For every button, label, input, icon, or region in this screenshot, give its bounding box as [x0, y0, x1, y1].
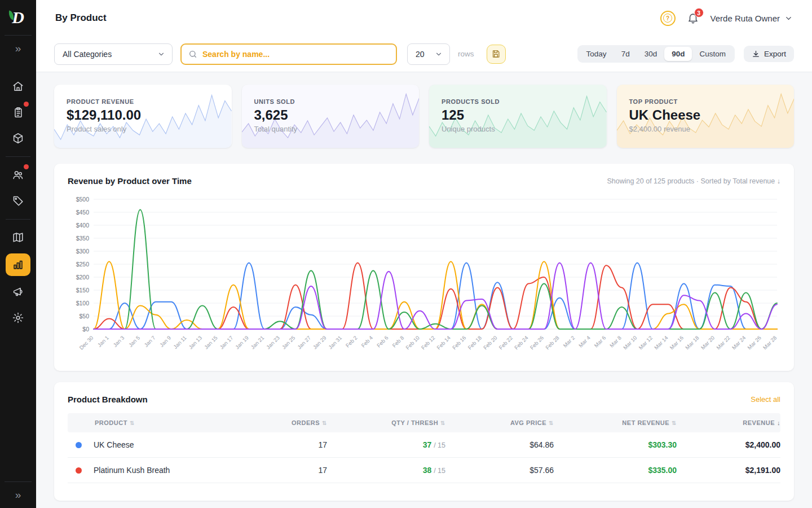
stat-card-products-sold[interactable]: PRODUCTS SOLD 125 Unique products	[429, 85, 607, 148]
user-menu[interactable]: Verde Ruta Owner	[710, 14, 793, 23]
svg-text:$400: $400	[76, 222, 90, 229]
sidebar-item-products[interactable]	[6, 128, 30, 148]
floppy-disk-icon	[491, 49, 501, 59]
range-90d[interactable]: 90d	[664, 47, 692, 61]
svg-text:Jan 9: Jan 9	[158, 335, 172, 348]
export-button[interactable]: Export	[744, 46, 794, 62]
sidebar-expand-button[interactable]: »	[0, 36, 36, 62]
revenue-chart-panel: Revenue by Product over Time Showing 20 …	[54, 164, 794, 371]
svg-text:Mar 28: Mar 28	[762, 335, 778, 351]
table-row[interactable]: UK Cheese 17 37 / 15 $64.86 $303.30 $2,4…	[68, 432, 780, 458]
question-mark-icon: ?	[663, 14, 672, 23]
rows-label: rows	[458, 50, 474, 58]
stat-caption: $2,400.00 revenue	[629, 125, 795, 133]
range-custom[interactable]: Custom	[692, 47, 733, 61]
sidebar-nav	[0, 76, 36, 328]
app-logo[interactable]: D	[0, 0, 36, 35]
stat-value: UK Cheese	[629, 107, 795, 123]
svg-text:Jan 11: Jan 11	[172, 335, 187, 350]
avg-price-value: $64.86	[445, 440, 554, 449]
column-orders[interactable]: ORDERS ⇅	[235, 419, 327, 426]
megaphone-icon	[12, 286, 24, 298]
range-today[interactable]: Today	[579, 47, 614, 61]
save-view-button[interactable]	[487, 45, 506, 64]
search-input[interactable]	[202, 50, 389, 59]
sidebar-item-tags[interactable]	[6, 191, 30, 211]
table-title: Product Breakdown	[68, 395, 148, 404]
sidebar-item-home[interactable]	[6, 76, 30, 97]
stat-label: PRODUCT REVENUE	[67, 98, 232, 105]
column-qty-thresh[interactable]: QTY / THRESH ⇅	[327, 419, 445, 426]
sidebar-item-customers[interactable]	[6, 165, 30, 185]
svg-text:$250: $250	[76, 261, 90, 268]
svg-text:$500: $500	[76, 196, 90, 203]
chevron-down-icon	[435, 50, 443, 58]
nav-divider	[6, 219, 30, 220]
sidebar-item-orders[interactable]	[6, 102, 30, 122]
cube-icon	[12, 132, 24, 144]
filter-bar: All Categories 20 rows Today 7d 30d 90d …	[36, 36, 812, 72]
avg-price-value: $57.66	[445, 466, 554, 475]
svg-text:Feb 16: Feb 16	[451, 335, 467, 351]
sidebar-item-marketing[interactable]	[6, 282, 30, 302]
column-avg-price[interactable]: AVG PRICE ⇅	[445, 419, 554, 426]
table-row[interactable]: Platinum Kush Breath 17 38 / 15 $57.66 $…	[68, 458, 780, 483]
search-icon	[188, 50, 197, 59]
help-button[interactable]: ?	[660, 11, 676, 26]
page-title: By Product	[55, 12, 107, 24]
product-name: Platinum Kush Breath	[94, 466, 170, 475]
column-net-revenue[interactable]: NET REVENUE ⇅	[554, 419, 677, 426]
line-chart[interactable]: $0$50$100$150$200$250$300$350$400$450$50…	[68, 194, 780, 363]
notifications-button[interactable]: 3	[687, 12, 699, 24]
svg-text:Feb 6: Feb 6	[376, 335, 390, 349]
net-revenue-value: $335.00	[554, 466, 677, 475]
svg-text:Jan 15: Jan 15	[203, 335, 219, 351]
stat-card-top-product[interactable]: TOP PRODUCT UK Cheese $2,400.00 revenue	[617, 85, 795, 148]
svg-text:Mar 12: Mar 12	[637, 335, 654, 351]
double-chevron-right-icon: »	[15, 489, 21, 501]
chart-title: Revenue by Product over Time	[68, 176, 192, 186]
svg-text:Feb 28: Feb 28	[544, 335, 561, 351]
svg-text:Mar 26: Mar 26	[746, 335, 762, 351]
range-7d[interactable]: 7d	[614, 47, 637, 61]
stat-value: 3,625	[254, 107, 420, 123]
main-content: PRODUCT REVENUE $129,110.00 Product sale…	[36, 72, 812, 501]
sidebar-item-map[interactable]	[6, 227, 30, 248]
revenue-value: $2,191.00	[677, 466, 780, 475]
sidebar-expand-button-bottom[interactable]: »	[0, 482, 36, 508]
svg-text:Mar 24: Mar 24	[731, 335, 747, 351]
chevron-down-icon	[784, 14, 793, 23]
svg-text:Mar 10: Mar 10	[622, 335, 638, 351]
map-icon	[12, 231, 24, 244]
stat-value: $129,110.00	[67, 107, 232, 123]
logo-letter: D	[12, 9, 24, 26]
stat-card-product-revenue[interactable]: PRODUCT REVENUE $129,110.00 Product sale…	[54, 85, 232, 148]
svg-text:$350: $350	[76, 235, 90, 242]
rows-select[interactable]: 20	[407, 43, 450, 65]
column-product[interactable]: PRODUCT ⇅	[68, 419, 235, 426]
users-icon	[12, 169, 24, 181]
stat-card-units-sold[interactable]: UNITS SOLD 3,625 Total quantity	[242, 85, 420, 148]
series-color-dot	[76, 467, 82, 474]
svg-text:Feb 20: Feb 20	[482, 335, 498, 351]
category-select[interactable]: All Categories	[54, 43, 173, 65]
svg-text:Mar 16: Mar 16	[668, 335, 685, 351]
clipboard-icon	[12, 106, 24, 119]
sidebar-item-analytics[interactable]	[6, 253, 30, 276]
stat-label: PRODUCTS SOLD	[442, 98, 607, 105]
stat-label: TOP PRODUCT	[629, 98, 795, 105]
category-value: All Categories	[63, 50, 112, 59]
svg-text:$200: $200	[76, 274, 90, 281]
svg-text:Jan 27: Jan 27	[296, 335, 312, 351]
svg-text:Jan 21: Jan 21	[249, 335, 265, 351]
select-all-link[interactable]: Select all	[751, 395, 780, 404]
bar-chart-icon	[12, 259, 24, 271]
orders-alert-dot	[24, 102, 29, 107]
user-name: Verde Ruta Owner	[710, 14, 780, 23]
range-30d[interactable]: 30d	[637, 47, 665, 61]
sidebar-item-settings[interactable]	[6, 308, 30, 328]
svg-text:Jan 1: Jan 1	[96, 335, 110, 348]
column-revenue[interactable]: REVENUE ↓	[677, 419, 780, 426]
svg-text:Feb 10: Feb 10	[404, 335, 421, 351]
sort-icon: ⇅	[440, 420, 445, 426]
